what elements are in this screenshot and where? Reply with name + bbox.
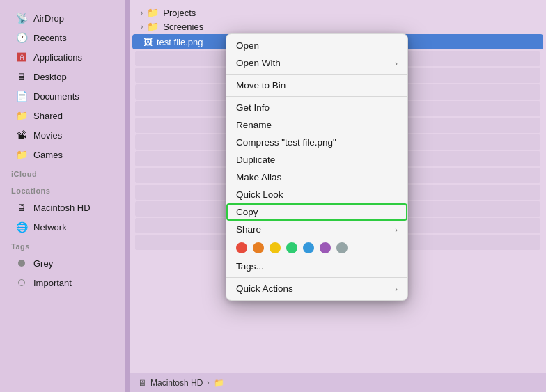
menu-item-label-duplicate: Duplicate bbox=[236, 155, 398, 165]
menu-item-quick-actions[interactable]: Quick Actions› bbox=[226, 280, 407, 297]
menu-item-label-share: Share bbox=[236, 224, 395, 235]
sidebar-item-airdrop[interactable]: 📡 AirDrop bbox=[4, 9, 121, 27]
menu-item-arrow-share: › bbox=[395, 226, 398, 234]
menu-item-rename[interactable]: Rename bbox=[226, 116, 407, 134]
menu-item-arrow-open-with: › bbox=[395, 59, 398, 68]
menu-item-open[interactable]: Open bbox=[226, 37, 407, 54]
menu-separator bbox=[226, 74, 407, 75]
games-icon: 📁 bbox=[15, 148, 28, 161]
menu-color-dots bbox=[226, 238, 407, 258]
tag-important-icon bbox=[15, 276, 28, 289]
menu-item-quick-look[interactable]: Quick Look bbox=[226, 186, 407, 203]
menu-item-label-get-info: Get Info bbox=[236, 102, 398, 113]
sidebar-item-games[interactable]: 📁 Games bbox=[4, 146, 121, 164]
color-dot-5[interactable] bbox=[320, 242, 331, 253]
color-dot-3[interactable] bbox=[286, 242, 297, 253]
sidebar-item-label: Grey bbox=[33, 258, 53, 269]
folder-projects-label: Projects bbox=[163, 8, 196, 18]
main-area: › 📁 Projects › 📁 Screenies 🖼 test file.p… bbox=[130, 0, 546, 392]
sidebar-item-tag-grey[interactable]: Grey bbox=[4, 254, 121, 272]
sidebar-item-label: Games bbox=[33, 150, 63, 160]
menu-item-label-compress: Compress "test file.png" bbox=[236, 137, 398, 148]
sidebar-item-label: Recents bbox=[33, 33, 67, 43]
icloud-section-label: iCloud bbox=[0, 164, 125, 181]
sidebar-item-label: Movies bbox=[33, 130, 62, 141]
shared-icon: 📁 bbox=[15, 109, 28, 122]
drive-icon: 🖥 bbox=[138, 378, 146, 388]
drive-label: Macintosh HD bbox=[150, 378, 203, 388]
menu-item-open-with[interactable]: Open With› bbox=[226, 54, 407, 72]
color-dot-4[interactable] bbox=[303, 242, 314, 253]
sidebar-item-label: Macintosh HD bbox=[33, 203, 91, 213]
folder-screenies-icon: 📁 bbox=[147, 21, 159, 32]
color-dot-1[interactable] bbox=[253, 242, 264, 253]
folder-row-projects[interactable]: › 📁 Projects bbox=[130, 6, 546, 19]
menu-item-duplicate[interactable]: Duplicate bbox=[226, 151, 407, 168]
sidebar-item-label: Desktop bbox=[33, 72, 67, 82]
menu-item-move-to-bin[interactable]: Move to Bin bbox=[226, 77, 407, 94]
folder-arrow-icon: › bbox=[141, 23, 143, 31]
menu-item-arrow-quick-actions: › bbox=[395, 285, 398, 293]
sidebar: 📡 AirDrop 🕐 Recents 🅰 Applications 🖥 Des… bbox=[0, 0, 125, 392]
menu-item-get-info[interactable]: Get Info bbox=[226, 99, 407, 116]
movies-icon: 📽 bbox=[15, 129, 28, 141]
network-icon: 🌐 bbox=[15, 221, 28, 233]
menu-separator bbox=[226, 277, 407, 278]
sidebar-item-label: Shared bbox=[33, 111, 63, 121]
documents-icon: 📄 bbox=[15, 90, 28, 102]
sidebar-item-macintosh-hd[interactable]: 🖥 Macintosh HD bbox=[4, 198, 121, 217]
sidebar-item-label: Important bbox=[33, 278, 72, 288]
sidebar-item-tag-important[interactable]: Important bbox=[4, 274, 121, 292]
color-dot-6[interactable] bbox=[336, 242, 348, 253]
tags-section-label: Tags bbox=[0, 237, 125, 253]
sidebar-item-documents[interactable]: 📄 Documents bbox=[4, 87, 121, 105]
folder-row-screenies[interactable]: › 📁 Screenies bbox=[130, 19, 546, 33]
menu-item-share[interactable]: Share› bbox=[226, 221, 407, 238]
desktop-icon: 🖥 bbox=[15, 70, 28, 83]
menu-item-tags[interactable]: Tags... bbox=[226, 258, 407, 275]
folder-arrow-icon: › bbox=[141, 9, 143, 17]
menu-item-label-quick-look: Quick Look bbox=[236, 189, 398, 200]
sidebar-item-label: AirDrop bbox=[33, 13, 64, 24]
file-icon: 🖼 bbox=[143, 37, 153, 47]
context-menu: OpenOpen With›Move to BinGet InfoRenameC… bbox=[226, 33, 408, 301]
tag-grey-icon bbox=[15, 257, 28, 269]
sidebar-item-recents[interactable]: 🕐 Recents bbox=[4, 29, 121, 47]
menu-item-label-tags: Tags... bbox=[236, 261, 398, 272]
sidebar-item-desktop[interactable]: 🖥 Desktop bbox=[4, 68, 121, 86]
menu-item-label-copy: Copy bbox=[236, 207, 398, 217]
breadcrumb-folder-icon: 📁 bbox=[214, 378, 224, 388]
recents-icon: 🕐 bbox=[15, 31, 28, 44]
sidebar-item-label: Documents bbox=[33, 91, 79, 102]
menu-item-label-open-with: Open With bbox=[236, 58, 395, 68]
folder-screenies-label: Screenies bbox=[163, 22, 203, 32]
sidebar-item-shared[interactable]: 📁 Shared bbox=[4, 107, 121, 125]
menu-item-label-move-to-bin: Move to Bin bbox=[236, 80, 398, 91]
menu-item-label-rename: Rename bbox=[236, 120, 398, 130]
sidebar-item-label: Applications bbox=[33, 52, 82, 63]
selected-file-label: test file.png bbox=[157, 37, 203, 47]
breadcrumb-arrow: › bbox=[207, 379, 209, 386]
applications-icon: 🅰 bbox=[15, 51, 28, 63]
menu-item-label-make-alias: Make Alias bbox=[236, 172, 398, 182]
sidebar-item-network[interactable]: 🌐 Network bbox=[4, 218, 121, 236]
menu-separator bbox=[226, 96, 407, 97]
folder-projects-icon: 📁 bbox=[147, 7, 159, 18]
sidebar-item-label: Network bbox=[33, 222, 67, 233]
bottom-bar: 🖥 Macintosh HD › 📁 bbox=[130, 373, 546, 392]
menu-item-compress[interactable]: Compress "test file.png" bbox=[226, 134, 407, 151]
sidebar-item-movies[interactable]: 📽 Movies bbox=[4, 126, 121, 144]
locations-section-label: Locations bbox=[0, 181, 125, 198]
sidebar-item-applications[interactable]: 🅰 Applications bbox=[4, 48, 121, 66]
menu-item-make-alias[interactable]: Make Alias bbox=[226, 168, 407, 186]
airdrop-icon: 📡 bbox=[15, 12, 28, 24]
menu-item-copy[interactable]: Copy bbox=[226, 203, 407, 221]
menu-item-label-open: Open bbox=[236, 40, 398, 51]
macintosh-hd-icon: 🖥 bbox=[15, 201, 28, 214]
menu-item-label-quick-actions: Quick Actions bbox=[236, 283, 395, 294]
color-dot-0[interactable] bbox=[236, 242, 247, 253]
color-dot-2[interactable] bbox=[270, 242, 281, 253]
